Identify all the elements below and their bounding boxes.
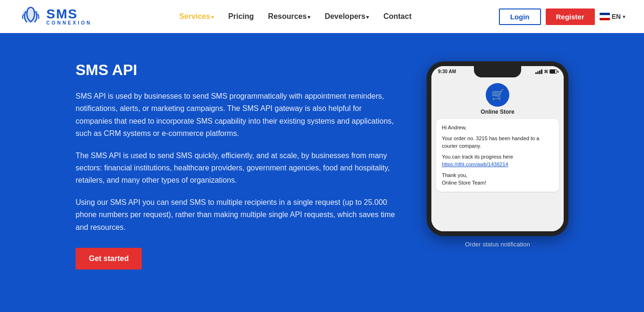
phone-caption: Order status notification: [465, 241, 530, 248]
paragraph-2: The SMS API is used to send SMS quickly,…: [76, 150, 398, 187]
nav-item-contact[interactable]: Contact: [383, 12, 412, 21]
page-title: SMS API: [76, 61, 398, 79]
chevron-down-icon: ▾: [211, 14, 214, 20]
navbar: SMS CONNEXION Services▾ Pricing Resource…: [0, 0, 644, 33]
store-icon-circle: 🛒: [486, 83, 509, 107]
message-line2: You can track its progress here: [442, 153, 553, 161]
nav-link-developers[interactable]: Developers▾: [325, 12, 369, 20]
nav-link-pricing[interactable]: Pricing: [228, 12, 254, 20]
message-closing: Thank you,: [442, 171, 553, 179]
logo-connexion-text: CONNEXION: [46, 21, 92, 25]
nav-link-resources[interactable]: Resources▾: [268, 12, 310, 20]
logo-sms-text: SMS: [46, 8, 92, 21]
chevron-down-icon: ▾: [366, 14, 369, 20]
paragraph-1: SMS API is used by businesses to send SM…: [76, 90, 398, 140]
phone-notch: [474, 66, 521, 77]
flag-icon: [600, 13, 610, 20]
nav-item-pricing[interactable]: Pricing: [228, 12, 254, 21]
paragraph-3: Using our SMS API you can send SMS to mu…: [76, 196, 398, 234]
get-started-button[interactable]: Get started: [76, 248, 142, 270]
lang-label: EN: [612, 13, 621, 20]
chevron-down-icon: ▾: [308, 14, 310, 20]
shopping-cart-icon: 🛒: [491, 89, 504, 101]
nav-actions: Login Register EN ▾: [499, 8, 625, 25]
logo-icon: [19, 5, 43, 28]
phone-status-icons: ⌘: [535, 69, 557, 74]
store-name: Online Store: [481, 109, 514, 115]
message-bubble: Hi Andrew, Your order no. 3215 has been …: [436, 119, 559, 192]
message-link[interactable]: https://dhl.com/awb/1438214: [442, 161, 508, 167]
nav-item-developers[interactable]: Developers▾: [325, 12, 369, 21]
text-section: SMS API SMS API is used by businesses to…: [76, 61, 398, 270]
logo-text: SMS CONNEXION: [46, 8, 92, 25]
main-content: SMS API SMS API is used by businesses to…: [0, 33, 644, 312]
nav-item-services[interactable]: Services▾: [179, 12, 214, 21]
phone-mockup: 9:30 AM ⌘ 🛒: [427, 61, 568, 236]
login-button[interactable]: Login: [499, 8, 541, 25]
language-selector[interactable]: EN ▾: [600, 13, 625, 20]
nav-link-services[interactable]: Services▾: [179, 12, 214, 20]
battery-icon: [550, 69, 557, 74]
logo[interactable]: SMS CONNEXION: [19, 5, 92, 28]
register-button[interactable]: Register: [546, 8, 595, 25]
wifi-icon: ⌘: [544, 69, 548, 74]
nav-item-resources[interactable]: Resources▾: [268, 12, 310, 21]
nav-link-contact[interactable]: Contact: [383, 12, 412, 20]
message-team: Online Store Team!: [442, 179, 553, 187]
message-line1: Your order no. 3215 has been handed to a…: [442, 135, 553, 150]
phone-screen: 🛒 Online Store Hi Andrew, Your order no.…: [431, 66, 564, 231]
chevron-down-icon: ▾: [623, 14, 625, 19]
nav-links: Services▾ Pricing Resources▾ Developers▾…: [179, 12, 412, 21]
message-greeting: Hi Andrew,: [442, 124, 553, 132]
signal-icon: [535, 69, 542, 74]
phone-time: 9:30 AM: [438, 69, 456, 74]
phone-section: 9:30 AM ⌘ 🛒: [427, 61, 568, 248]
